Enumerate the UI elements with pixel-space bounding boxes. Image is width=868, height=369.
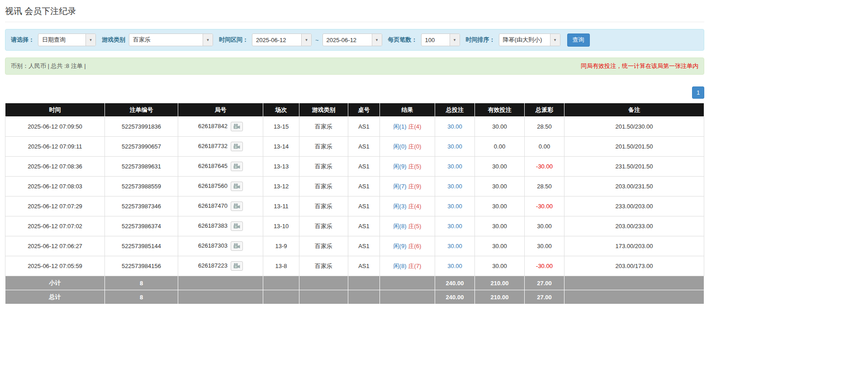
game-type-label: 游戏类别 <box>102 36 125 44</box>
cell-game-type: 百家乐 <box>299 157 348 177</box>
total-bet-link[interactable]: 30.00 <box>447 223 462 230</box>
cell-payout: -30.00 <box>525 196 564 216</box>
cell-payout: 28.50 <box>525 177 564 196</box>
cell-session: 13-14 <box>263 137 299 157</box>
cell-round-id: 626187383 <box>178 216 263 236</box>
cell-table-no: AS1 <box>348 216 380 236</box>
video-replay-button[interactable] <box>231 162 243 171</box>
total-payout: 27.00 <box>525 290 564 304</box>
round-id: 626187303 <box>198 242 228 249</box>
cell-bet-id: 522573988559 <box>105 177 178 196</box>
cell-session: 13-15 <box>263 117 299 137</box>
total-bet-link[interactable]: 30.00 <box>447 143 462 150</box>
table-row: 2025-06-12 07:05:59 522573984156 6261872… <box>5 256 704 276</box>
chevron-down-icon[interactable]: ▾ <box>301 34 311 46</box>
cell-total-bet: 30.00 <box>435 256 475 276</box>
table-row: 2025-06-12 07:09:11 522573990657 6261877… <box>5 137 704 157</box>
cell-game-type: 百家乐 <box>299 137 348 157</box>
cell-total-bet: 30.00 <box>435 177 475 196</box>
page-size-label: 每页笔数： <box>388 36 417 44</box>
table-row: 2025-06-12 07:07:29 522573987346 6261874… <box>5 196 704 216</box>
cell-round-id: 626187303 <box>178 236 263 256</box>
search-button[interactable]: 查询 <box>567 34 590 47</box>
video-replay-button[interactable] <box>231 241 243 251</box>
cell-total-bet: 30.00 <box>435 117 475 137</box>
total-bet-link[interactable]: 30.00 <box>447 203 462 210</box>
result-banker: 庄(4) <box>408 203 422 210</box>
total-bet-link[interactable]: 30.00 <box>447 163 462 170</box>
cell-result: 闲(9)庄(6) <box>380 236 435 256</box>
page-button-1[interactable]: 1 <box>692 86 704 99</box>
total-bet-link[interactable]: 30.00 <box>447 243 462 249</box>
date-to-value: 2025-06-12 <box>323 34 372 46</box>
result-banker: 庄(5) <box>408 163 422 170</box>
chevron-down-icon[interactable]: ▾ <box>85 34 95 46</box>
date-from-input[interactable]: 2025-06-12 ▾ <box>252 34 312 46</box>
video-replay-button[interactable] <box>231 221 243 231</box>
page-size-value: 100 <box>422 34 450 46</box>
total-label: 总计 <box>5 290 105 304</box>
cell-table-no: AS1 <box>348 137 380 157</box>
page-size-select[interactable]: 100 ▾ <box>421 34 460 46</box>
cell-table-no: AS1 <box>348 256 380 276</box>
cell-valid-bet: 30.00 <box>475 236 525 256</box>
video-replay-button[interactable] <box>231 182 243 191</box>
game-type-select[interactable]: 百家乐 ▾ <box>129 34 213 46</box>
cell-total-bet: 30.00 <box>435 236 475 256</box>
result-player: 闲(8) <box>394 263 407 269</box>
cell-game-type: 百家乐 <box>299 196 348 216</box>
cell-bet-id: 522573990657 <box>105 137 178 157</box>
cell-round-id: 626187842 <box>178 117 263 137</box>
video-replay-button[interactable] <box>231 142 243 151</box>
cell-bet-id: 522573991836 <box>105 117 178 137</box>
cell-session: 13-8 <box>263 256 299 276</box>
sort-select[interactable]: 降幂(由大到小) ▾ <box>499 34 560 46</box>
query-type-label: 请选择： <box>11 36 34 44</box>
table-row: 2025-06-12 07:07:02 522573986374 6261873… <box>5 216 704 236</box>
cell-result: 闲(8)庄(7) <box>380 256 435 276</box>
col-header-valid-bet: 有效投注 <box>475 103 525 117</box>
cell-round-id: 626187223 <box>178 256 263 276</box>
total-row: 总计 8 240.00 210.00 27.00 <box>5 290 704 304</box>
cell-valid-bet: 30.00 <box>475 216 525 236</box>
round-id: 626187470 <box>198 202 228 209</box>
chevron-down-icon[interactable]: ▾ <box>450 34 460 46</box>
cell-table-no: AS1 <box>348 117 380 137</box>
video-camera-icon <box>233 203 240 209</box>
chevron-down-icon[interactable]: ▾ <box>550 34 560 46</box>
video-replay-button[interactable] <box>231 122 243 131</box>
date-separator: ~ <box>315 37 319 43</box>
video-replay-button[interactable] <box>231 201 243 211</box>
result-banker: 庄(4) <box>408 123 422 130</box>
video-camera-icon <box>233 243 240 249</box>
page: 视讯 会员下注纪录 请选择： 日期查询 ▾ 游戏类别 百家乐 ▾ 时间区间： 2… <box>5 0 704 304</box>
video-replay-button[interactable] <box>231 261 243 271</box>
cell-bet-id: 522573987346 <box>105 196 178 216</box>
pagination: 1 <box>5 86 704 99</box>
date-to-input[interactable]: 2025-06-12 ▾ <box>323 34 382 46</box>
total-total-bet: 240.00 <box>435 290 475 304</box>
table-header-row: 时间 注单编号 局号 场次 游戏类别 桌号 结果 总投注 有效投注 总派彩 备注 <box>5 103 704 117</box>
cell-payout: 0.00 <box>525 137 564 157</box>
query-type-select[interactable]: 日期查询 ▾ <box>38 34 96 46</box>
result-banker: 庄(5) <box>408 223 422 230</box>
subtotal-valid-bet: 210.00 <box>475 276 525 290</box>
cell-session: 13-13 <box>263 157 299 177</box>
cell-bet-id: 522573986374 <box>105 216 178 236</box>
chevron-down-icon[interactable]: ▾ <box>203 34 213 46</box>
cell-game-type: 百家乐 <box>299 117 348 137</box>
subtotal-row: 小计 8 240.00 210.00 27.00 <box>5 276 704 290</box>
round-id: 626187560 <box>198 182 228 189</box>
cell-total-bet: 30.00 <box>435 157 475 177</box>
cell-result: 闲(3)庄(4) <box>380 196 435 216</box>
chevron-down-icon[interactable]: ▾ <box>372 34 382 46</box>
total-bet-link[interactable]: 30.00 <box>447 263 462 269</box>
col-header-time: 时间 <box>5 103 105 117</box>
total-bet-link[interactable]: 30.00 <box>447 183 462 190</box>
total-bet-link[interactable]: 30.00 <box>447 123 462 130</box>
cell-payout: 30.00 <box>525 236 564 256</box>
total-count: 8 <box>105 290 178 304</box>
cell-table-no: AS1 <box>348 236 380 256</box>
cell-session: 13-9 <box>263 236 299 256</box>
subtotal-label: 小计 <box>5 276 105 290</box>
